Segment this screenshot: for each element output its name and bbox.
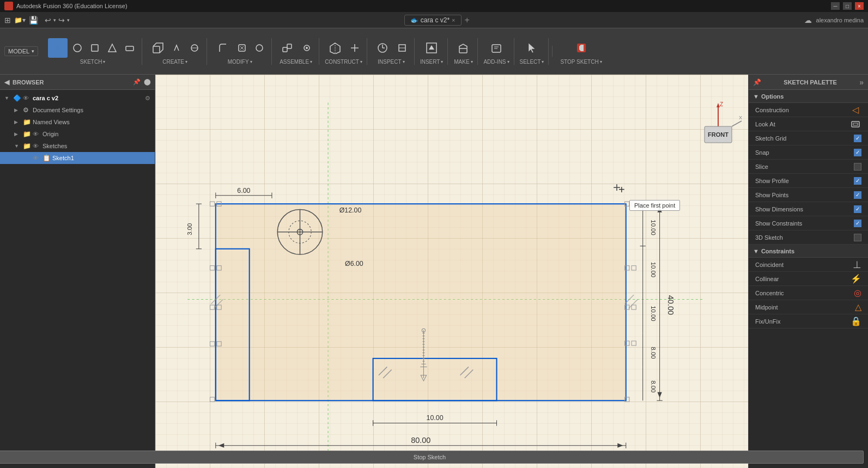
view-crosshair: + xyxy=(613,181,621,194)
slice-checkbox[interactable] xyxy=(854,163,861,171)
app-menu[interactable]: ⊞ 📁▾ 💾 xyxy=(4,16,38,25)
sketch-rect-btn[interactable] xyxy=(87,40,102,56)
tree-item-origin[interactable]: ▶ 📁 👁 Origin xyxy=(0,128,155,140)
minimize-button[interactable]: ─ xyxy=(831,2,840,10)
modify-label[interactable]: MODIFY ▾ xyxy=(228,59,252,65)
show-dimensions-checkbox[interactable]: ✓ xyxy=(854,205,861,213)
tree-expand-views[interactable]: ▶ xyxy=(14,119,21,125)
constraint-concentric[interactable]: Concentric ◎ xyxy=(749,286,868,300)
canvas-area[interactable]: 80.00 40.00 6.00 Ø12.00 Ø6.00 xyxy=(155,75,748,468)
nav-cube[interactable]: Z FRONT X xyxy=(694,102,743,151)
sketch-line-btn[interactable] xyxy=(70,40,85,56)
inspect-section-btn[interactable] xyxy=(394,40,410,56)
construction-btn[interactable]: ◁ xyxy=(849,104,861,116)
inspect-label[interactable]: INSPECT ▾ xyxy=(378,59,404,65)
redo-dropdown[interactable]: ▾ xyxy=(67,17,70,23)
tree-expand-sketches[interactable]: ▼ xyxy=(14,143,21,149)
constraint-coincident[interactable]: Coincident ⊥ xyxy=(749,258,868,272)
sketch-spline-btn[interactable] xyxy=(122,40,137,56)
maximize-button[interactable]: □ xyxy=(843,2,852,10)
sketch-label[interactable]: SKETCH ▾ xyxy=(80,59,106,65)
sketch-circle-btn[interactable] xyxy=(105,40,120,56)
sketch-button[interactable] xyxy=(48,38,68,58)
tree-item-sketch1[interactable]: 👁 📋 Sketch1 xyxy=(0,152,155,164)
browser-pin-icon[interactable]: 📌 xyxy=(133,78,141,86)
tab-close-icon[interactable]: × xyxy=(452,17,455,23)
addins-dropdown-arrow: ▾ xyxy=(507,59,509,64)
modify-chamfer-btn[interactable] xyxy=(234,40,250,56)
assemble-label[interactable]: ASSEMBLE ▾ xyxy=(280,59,312,65)
tree-settings-icon-root[interactable]: ⚙ xyxy=(145,95,150,102)
save-btn[interactable]: 💾 xyxy=(29,16,38,25)
undo-button[interactable]: ↩ xyxy=(45,16,51,25)
user-name[interactable]: alexandro medina xyxy=(816,17,864,23)
make-dropdown-arrow: ▾ xyxy=(471,59,473,64)
create-extrude-btn[interactable] xyxy=(148,38,167,58)
toolbar-group-assemble: ASSEMBLE ▾ xyxy=(273,38,319,65)
create-loft-btn[interactable] xyxy=(187,40,202,56)
constraint-midpoint[interactable]: Midpoint △ xyxy=(749,300,868,314)
tree-item-doc-settings[interactable]: ▶ ⚙ Document Settings xyxy=(0,104,155,116)
make-label[interactable]: MAKE ▾ xyxy=(454,59,472,65)
look-at-btn[interactable] xyxy=(849,118,861,130)
tree-eye-sketches[interactable]: 👁 xyxy=(33,143,40,149)
tree-expand-doc[interactable]: ▶ xyxy=(14,107,21,113)
constraints-section-header[interactable]: ▼ Constraints xyxy=(749,245,868,258)
constraint-fix-unfix[interactable]: Fix/UnFix 🔒 xyxy=(749,314,868,329)
addins-label[interactable]: ADD-INS ▾ xyxy=(483,59,509,65)
model-dropdown[interactable]: MODEL ▾ xyxy=(4,46,38,56)
modify-shell-btn[interactable] xyxy=(252,40,267,56)
stop-sketch-label[interactable]: STOP SKETCH ▾ xyxy=(560,59,602,65)
tree-item-root[interactable]: ▼ 🔷 👁 cara c v2 ⚙ xyxy=(0,92,155,104)
assemble-rigid-btn[interactable] xyxy=(299,40,314,56)
options-section-header[interactable]: ▼ Options xyxy=(749,90,868,103)
svg-rect-38 xyxy=(210,202,214,206)
construct-label[interactable]: CONSTRUCT ▾ xyxy=(325,59,362,65)
tree-eye-origin[interactable]: 👁 xyxy=(33,131,40,137)
show-constraints-checkbox[interactable]: ✓ xyxy=(854,220,861,227)
undo-dropdown[interactable]: ▾ xyxy=(53,17,56,23)
stop-sketch-button[interactable]: Stop Sketch xyxy=(0,451,864,464)
select-icons xyxy=(522,38,542,58)
tree-item-sketches[interactable]: ▼ 📁 👁 Sketches xyxy=(0,140,155,152)
create-label[interactable]: CREATE ▾ xyxy=(162,59,187,65)
insert-canvas-btn[interactable] xyxy=(422,38,441,58)
construct-axis-btn[interactable] xyxy=(347,40,362,56)
close-button[interactable]: × xyxy=(855,2,864,10)
create-revolve-btn[interactable] xyxy=(169,40,185,56)
tree-eye-sketch1[interactable]: 👁 xyxy=(33,155,40,161)
grid-icon[interactable]: ⊞ xyxy=(4,16,11,25)
tab-title[interactable]: cara c v2* xyxy=(421,16,450,24)
svg-rect-25 xyxy=(459,48,467,53)
redo-button[interactable]: ↪ xyxy=(58,16,65,25)
tree-expand-origin[interactable]: ▶ xyxy=(14,131,21,137)
snap-checkbox[interactable]: ✓ xyxy=(854,149,861,156)
select-btn[interactable] xyxy=(522,38,542,58)
constraint-collinear[interactable]: Collinear ⚡ xyxy=(749,272,868,286)
title-right: ─ □ × xyxy=(831,2,864,10)
browser-expand-icon[interactable]: ⬤ xyxy=(144,78,150,86)
tree-expand-root[interactable]: ▼ xyxy=(4,95,11,101)
show-profile-checkbox[interactable]: ✓ xyxy=(854,177,861,185)
construct-plane-btn[interactable] xyxy=(325,38,345,58)
inspect-measure-btn[interactable] xyxy=(373,38,392,58)
assemble-dropdown-arrow: ▾ xyxy=(310,59,312,64)
stop-sketch-toolbar-btn[interactable] xyxy=(572,38,591,58)
addins-scripts-btn[interactable] xyxy=(487,38,506,58)
show-points-checkbox[interactable]: ✓ xyxy=(854,191,861,199)
toolbar-separator xyxy=(552,46,553,57)
3d-sketch-checkbox[interactable] xyxy=(854,234,861,241)
new-tab-button[interactable]: + xyxy=(465,15,470,25)
tree-item-named-views[interactable]: ▶ 📁 Named Views xyxy=(0,116,155,128)
sketch-grid-checkbox[interactable]: ✓ xyxy=(854,135,861,142)
make-3dprint-btn[interactable] xyxy=(453,38,473,58)
assemble-joint-btn[interactable] xyxy=(277,38,297,58)
toolbar-top: ⊞ 📁▾ 💾 ↩ ▾ ↪ ▾ 🐟 cara c v2* × + ☁ alexan… xyxy=(0,12,868,28)
select-label[interactable]: SELECT ▾ xyxy=(520,59,544,65)
sketch-palette-expand-btn[interactable]: » xyxy=(859,78,864,87)
modify-fillet-btn[interactable] xyxy=(213,38,232,58)
tree-icon-eye-root[interactable]: 👁 xyxy=(23,95,31,101)
file-menu[interactable]: 📁▾ xyxy=(14,16,26,24)
browser-collapse-icon[interactable]: ◀ xyxy=(4,78,9,86)
insert-label[interactable]: INSERT ▾ xyxy=(420,59,444,65)
